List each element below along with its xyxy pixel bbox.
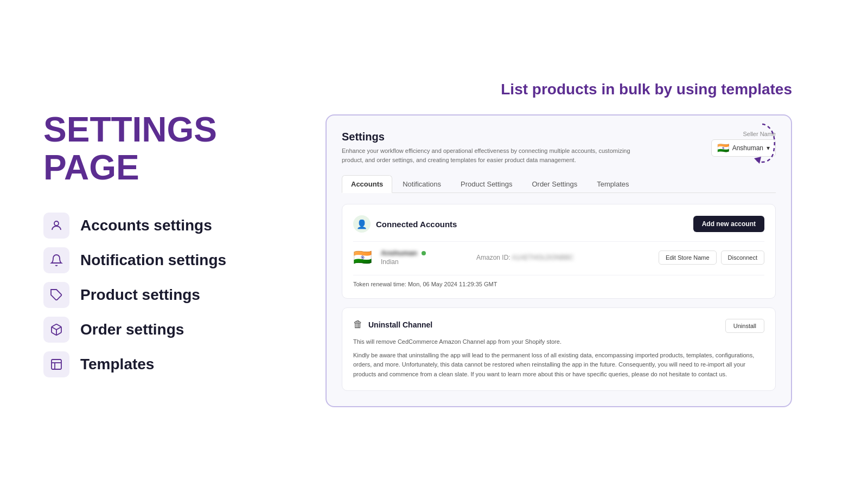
- settings-title: Settings: [342, 131, 646, 143]
- accounts-settings-label: Accounts settings: [80, 217, 212, 234]
- account-flag-icon: 🇮🇳: [353, 248, 372, 266]
- box-icon: [50, 323, 63, 336]
- tab-notifications[interactable]: Notifications: [393, 175, 450, 192]
- uninstall-title: Uninstall Channel: [368, 320, 432, 329]
- menu-item-templates[interactable]: Templates: [43, 351, 239, 377]
- uninstall-card: 🗑 Uninstall Channel Uninstall This will …: [342, 307, 776, 390]
- tabs-bar: Accounts Notifications Product Settings …: [342, 175, 776, 193]
- menu-item-product[interactable]: Product settings: [43, 282, 239, 308]
- card-title-row: 👤 Connected Accounts: [353, 215, 457, 233]
- amazon-id: Amazon ID: A1AETHOLDONBBC: [476, 254, 650, 261]
- uninstall-header: 🗑 Uninstall Channel Uninstall: [353, 319, 764, 333]
- card-header: 👤 Connected Accounts Add new account: [353, 215, 764, 233]
- notification-icon-wrap: [43, 247, 69, 273]
- india-flag-icon: 🇮🇳: [717, 142, 729, 154]
- account-row: 🇮🇳 Anshuman Indian Amazon ID: A1AETHOLDO…: [353, 241, 764, 273]
- templates-icon-wrap: [43, 351, 69, 377]
- menu-list: Accounts settings Notification settings …: [43, 213, 239, 377]
- menu-item-accounts[interactable]: Accounts settings: [43, 213, 239, 239]
- svg-point-0: [54, 221, 59, 226]
- connected-accounts-title: Connected Accounts: [376, 220, 457, 229]
- product-icon-wrap: [43, 282, 69, 308]
- notification-settings-label: Notification settings: [80, 252, 226, 269]
- add-account-button[interactable]: Add new account: [693, 216, 764, 232]
- tab-accounts[interactable]: Accounts: [342, 175, 392, 193]
- user-icon: [50, 219, 63, 232]
- bell-icon: [50, 254, 63, 267]
- left-panel: SETTINGS PAGE Accounts settings Notifica…: [0, 78, 271, 410]
- menu-item-order[interactable]: Order settings: [43, 317, 239, 343]
- amazon-id-value: A1AETHOLDONBBC: [512, 254, 573, 261]
- right-panel: List products in bulk by using templates…: [271, 70, 868, 418]
- tab-order-settings[interactable]: Order Settings: [522, 175, 586, 192]
- settings-header: Settings Enhance your workflow efficienc…: [342, 131, 776, 164]
- edit-store-name-button[interactable]: Edit Store Name: [659, 251, 717, 265]
- svg-marker-4: [754, 157, 761, 164]
- app-window: Settings Enhance your workflow efficienc…: [326, 114, 792, 407]
- connected-accounts-card: 👤 Connected Accounts Add new account 🇮🇳 …: [342, 204, 776, 299]
- trash-icon: 🗑: [353, 319, 363, 330]
- tooltip-text: List products in bulk by using templates: [501, 81, 792, 98]
- template-icon: [50, 358, 63, 371]
- connected-accounts-icon: 👤: [353, 215, 371, 233]
- uninstall-title-row: 🗑 Uninstall Channel: [353, 319, 432, 330]
- token-renewal: Token renewal time: Mon, 06 May 2024 11:…: [353, 275, 764, 287]
- dashed-arrow-icon: [730, 121, 784, 165]
- settings-title-block: Settings Enhance your workflow efficienc…: [342, 131, 646, 164]
- uninstall-desc: This will remove CedCommerce Amazon Chan…: [353, 337, 764, 346]
- templates-label: Templates: [80, 356, 154, 373]
- status-dot-icon: [422, 251, 426, 255]
- account-actions: Edit Store Name Disconnect: [659, 251, 764, 265]
- account-info: Anshuman Indian: [381, 249, 468, 266]
- tag-icon: [50, 288, 63, 301]
- settings-desc: Enhance your workflow efficiency and ope…: [342, 146, 646, 164]
- uninstall-warning: Kindly be aware that uninstalling the ap…: [353, 351, 764, 380]
- account-region: Indian: [381, 258, 468, 266]
- svg-rect-3: [52, 359, 61, 369]
- tab-product-settings[interactable]: Product Settings: [451, 175, 521, 192]
- menu-item-notifications[interactable]: Notification settings: [43, 247, 239, 273]
- account-name-row: Anshuman: [381, 249, 468, 257]
- order-icon-wrap: [43, 317, 69, 343]
- product-settings-label: Product settings: [80, 286, 200, 304]
- accounts-icon-wrap: [43, 213, 69, 239]
- amazon-id-label: Amazon ID:: [476, 254, 510, 261]
- disconnect-button[interactable]: Disconnect: [721, 251, 764, 265]
- tab-templates[interactable]: Templates: [588, 175, 638, 192]
- order-settings-label: Order settings: [80, 321, 184, 338]
- uninstall-button[interactable]: Uninstall: [725, 319, 764, 333]
- page-title: SETTINGS PAGE: [43, 111, 239, 187]
- account-name: Anshuman: [381, 249, 417, 257]
